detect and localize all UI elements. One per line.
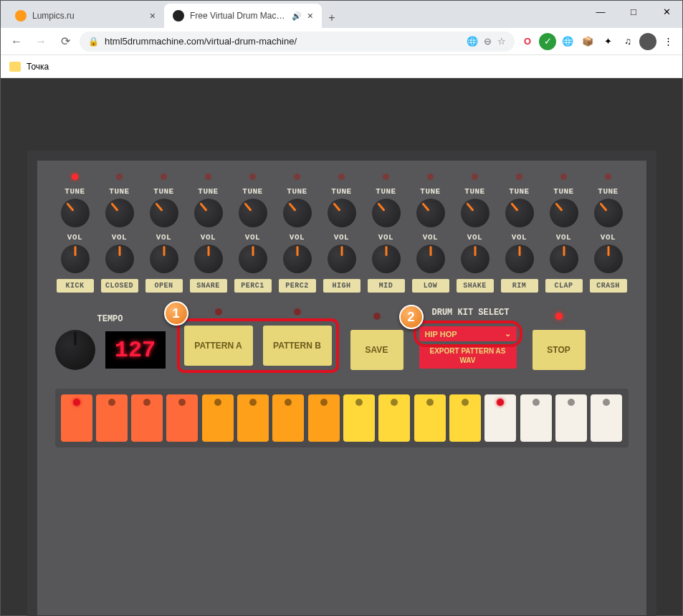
step-pad-10[interactable] (378, 394, 410, 442)
vol-knob[interactable] (105, 245, 134, 273)
step-pad-7[interactable] (272, 394, 304, 442)
step-pad-15[interactable] (555, 394, 587, 442)
ext-playlist-icon[interactable]: ♫ (619, 33, 636, 50)
vol-knob[interactable] (328, 245, 356, 273)
reload-button[interactable]: ⟳ (55, 32, 75, 52)
browser-tab-1[interactable]: Lumpics.ru × (6, 4, 164, 28)
vol-knob[interactable] (594, 245, 623, 273)
ext-globe-icon[interactable]: 🌐 (559, 33, 576, 50)
vol-knob[interactable] (283, 245, 312, 273)
audio-icon[interactable]: 🔊 (292, 11, 302, 21)
channel-button[interactable]: SHAKE (457, 279, 494, 293)
forward-button[interactable]: → (31, 32, 51, 52)
step-pad-3[interactable] (131, 394, 163, 442)
tab-title: Free Virtual Drum Machine, U (190, 11, 289, 21)
step-pad-4[interactable] (166, 394, 198, 442)
vol-label: VOL (334, 233, 349, 242)
tune-label: TUNE (464, 187, 484, 196)
translate-icon[interactable]: 🌐 (467, 36, 478, 47)
tune-knob[interactable] (61, 199, 90, 227)
led-icon (116, 174, 123, 180)
vol-knob[interactable] (239, 245, 267, 273)
channel-button[interactable]: CLAP (545, 279, 583, 293)
step-pad-16[interactable] (591, 394, 622, 442)
step-pad-2[interactable] (96, 394, 128, 442)
tune-knob[interactable] (105, 199, 134, 227)
step-pad-13[interactable] (484, 394, 516, 442)
drum-kit-select[interactable]: HIP HOP ⌄ (419, 326, 517, 341)
minimize-button[interactable]: — (584, 0, 617, 23)
folder-icon (9, 62, 21, 72)
tune-knob[interactable] (461, 199, 489, 227)
channel-button[interactable]: CLOSED (101, 279, 138, 293)
channel-button[interactable]: PERC1 (234, 279, 272, 293)
channel-button[interactable]: OPEN (145, 279, 183, 293)
step-pad-5[interactable] (202, 394, 234, 442)
vol-label: VOL (67, 233, 82, 242)
tune-knob[interactable] (416, 199, 445, 227)
pattern-b-button[interactable]: PATTERN B (263, 326, 332, 366)
address-bar[interactable]: 🔒 html5drummachine.com/virtual-drum-mach… (80, 32, 515, 52)
browser-menu-button[interactable]: ⋮ (659, 33, 677, 50)
save-button[interactable]: SAVE (350, 330, 403, 370)
step-pad-1[interactable] (61, 394, 92, 442)
step-pad-8[interactable] (308, 394, 340, 442)
led-icon (338, 174, 345, 180)
led-icon (427, 174, 434, 180)
channel-button[interactable]: RIM (501, 279, 538, 293)
browser-tab-2[interactable]: Free Virtual Drum Machine, U 🔊 × (164, 4, 322, 28)
channel-button[interactable]: CRASH (590, 279, 627, 293)
vol-label: VOL (467, 233, 482, 242)
tune-knob[interactable] (550, 199, 578, 227)
channel-button[interactable]: LOW (412, 279, 449, 293)
profile-avatar[interactable] (639, 33, 656, 50)
step-pad-14[interactable] (520, 394, 552, 442)
back-button[interactable]: ← (6, 32, 27, 52)
zoom-icon[interactable]: ⊖ (484, 36, 492, 47)
export-wav-button[interactable]: EXPORT PATTERN AS WAV (419, 344, 517, 369)
close-window-button[interactable]: ✕ (650, 0, 683, 23)
tune-knob[interactable] (194, 199, 223, 227)
vol-knob[interactable] (416, 245, 445, 273)
extensions-menu-icon[interactable]: ✦ (599, 33, 616, 50)
vol-knob[interactable] (150, 245, 178, 273)
channel-button[interactable]: KICK (57, 279, 94, 293)
vol-knob[interactable] (505, 245, 534, 273)
maximize-button[interactable]: □ (617, 0, 650, 23)
vol-label: VOL (201, 233, 216, 242)
step-pad-6[interactable] (237, 394, 269, 442)
tune-knob[interactable] (328, 199, 356, 227)
tune-knob[interactable] (239, 199, 267, 227)
step-pad-12[interactable] (449, 394, 481, 442)
tune-knob[interactable] (150, 199, 178, 227)
ext-opera-icon[interactable]: O (519, 33, 536, 50)
step-pad-9[interactable] (343, 394, 375, 442)
ext-cube-icon[interactable]: 📦 (579, 33, 596, 50)
bookmark-item[interactable]: Точка (27, 62, 49, 72)
close-tab-icon[interactable]: × (307, 10, 313, 22)
ext-check-icon[interactable]: ✓ (539, 33, 556, 50)
tune-knob[interactable] (505, 199, 534, 227)
channel-button[interactable]: HIGH (323, 279, 360, 293)
tune-knob[interactable] (594, 199, 623, 227)
channel-button[interactable]: SNARE (190, 279, 227, 293)
channel-button[interactable]: PERC2 (279, 279, 316, 293)
vol-knob[interactable] (194, 245, 223, 273)
tune-knob[interactable] (283, 199, 312, 227)
tune-label: TUNE (420, 187, 440, 196)
vol-knob[interactable] (61, 245, 90, 273)
step-pad-11[interactable] (414, 394, 446, 442)
close-tab-icon[interactable]: × (150, 10, 156, 22)
vol-label: VOL (423, 233, 438, 242)
vol-knob[interactable] (461, 245, 489, 273)
tempo-knob[interactable] (55, 330, 95, 370)
tune-knob[interactable] (372, 199, 401, 227)
vol-knob[interactable] (550, 245, 578, 273)
pattern-a-button[interactable]: PATTERN A (184, 326, 253, 366)
favicon-icon (173, 10, 184, 22)
star-icon[interactable]: ☆ (497, 36, 506, 47)
new-tab-button[interactable]: + (322, 8, 342, 28)
stop-button[interactable]: STOP (532, 330, 586, 370)
vol-knob[interactable] (372, 245, 401, 273)
channel-button[interactable]: MID (368, 279, 405, 293)
